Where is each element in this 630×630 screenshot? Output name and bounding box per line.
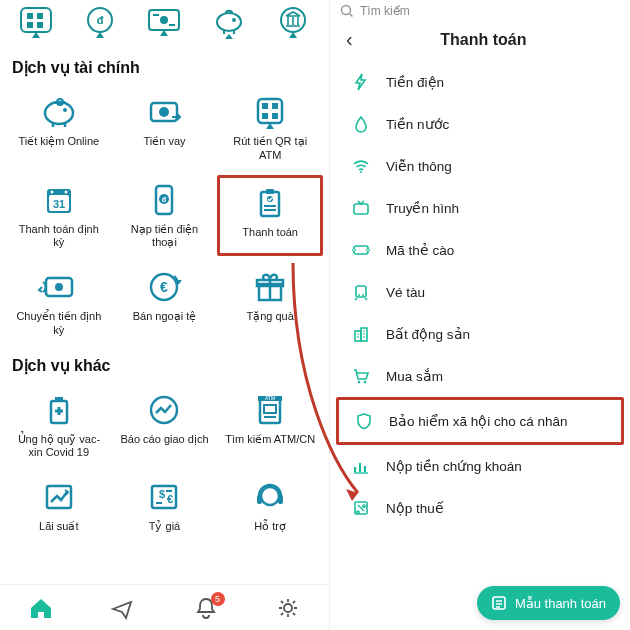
right-screen: Tìm kiếm ‹ Thanh toán Tiền điện Tiền nướ… (330, 0, 630, 630)
tile-interest-rate[interactable]: Lãi suất (6, 472, 112, 540)
tile-gift[interactable]: Tặng quà (217, 262, 323, 344)
bottom-nav: 5 (0, 584, 329, 630)
fab-label: Mẫu thanh toán (515, 596, 606, 611)
svg-point-35 (55, 283, 63, 291)
svg-text:€: € (161, 279, 169, 295)
item-water[interactable]: Tiền nước (336, 103, 624, 145)
svg-point-64 (362, 294, 364, 296)
svg-rect-59 (354, 246, 368, 254)
svg-rect-22 (272, 113, 278, 119)
svg-point-56 (342, 6, 351, 15)
ticket-icon (350, 241, 372, 259)
item-label: Vé tàu (386, 285, 425, 300)
item-label: Mã thẻ cào (386, 242, 454, 258)
tile-label: Tiết kiệm Online (18, 135, 99, 149)
shortcut-qr[interactable] (11, 6, 61, 42)
wifi-icon (350, 157, 372, 175)
shortcut-coin[interactable]: đ (75, 6, 125, 42)
cart-icon (350, 367, 372, 385)
tile-label: Chuyển tiền định kỳ (13, 310, 105, 338)
shortcut-transfer[interactable] (139, 6, 189, 42)
tile-recurring-transfer[interactable]: Chuyển tiền định kỳ (6, 262, 112, 344)
svg-rect-1 (27, 13, 33, 19)
svg-point-60 (353, 249, 356, 252)
item-securities[interactable]: Nộp tiền chứng khoán (336, 445, 624, 487)
tile-label: Nạp tiền điện thoại (118, 223, 210, 251)
tile-sell-forex[interactable]: € Bán ngoại tệ (112, 262, 218, 344)
tax-icon (350, 499, 372, 517)
nav-notifications[interactable]: 5 (193, 596, 219, 620)
tile-loan[interactable]: Tiền vay (112, 87, 218, 169)
search-row[interactable]: Tìm kiếm (330, 0, 630, 18)
tile-label: Rút tiền QR tại ATM (224, 135, 316, 163)
svg-rect-47 (264, 416, 276, 418)
tile-payment[interactable]: Thanh toán (217, 175, 323, 257)
tile-find-atm[interactable]: ATM Tìm kiếm ATM/CN (217, 385, 323, 467)
item-real-estate[interactable]: Bất động sản (336, 313, 624, 355)
svg-rect-0 (21, 8, 51, 32)
section-title-other: Dịch vụ khác (0, 348, 329, 381)
shortcut-bank[interactable] (268, 6, 318, 42)
chart-icon (350, 457, 372, 475)
tile-label: Tiền vay (143, 135, 185, 149)
top-shortcuts: đ (0, 0, 329, 50)
svg-rect-19 (262, 103, 268, 109)
svg-rect-4 (37, 22, 43, 28)
item-tax[interactable]: Nộp thuế (336, 487, 624, 529)
train-icon (350, 283, 372, 301)
tile-recurring-payment[interactable]: 31 Thanh toán định kỳ (6, 175, 112, 257)
building-icon (350, 325, 372, 343)
tile-topup-phone[interactable]: đ Nạp tiền điện thoại (112, 175, 218, 257)
tile-support[interactable]: Hỗ trợ (217, 472, 323, 540)
nav-home[interactable] (28, 596, 54, 620)
item-shopping[interactable]: Mua sắm (336, 355, 624, 397)
page-title: Thanh toán (369, 31, 598, 49)
item-social-insurance[interactable]: Bảo hiểm xã hội cho cá nhân (336, 397, 624, 445)
svg-rect-46 (264, 405, 276, 413)
notification-badge: 5 (211, 592, 225, 606)
template-icon (491, 595, 507, 611)
svg-point-52 (261, 487, 279, 505)
svg-text:€: € (167, 493, 173, 505)
svg-point-55 (284, 604, 292, 612)
item-electricity[interactable]: Tiền điện (336, 61, 624, 103)
tile-covid-fund[interactable]: Ủng hộ quỹ vac-xin Covid 19 (6, 385, 112, 467)
search-placeholder: Tìm kiếm (360, 4, 410, 18)
item-tv[interactable]: Truyền hình (336, 187, 624, 229)
item-card-code[interactable]: Mã thẻ cào (336, 229, 624, 271)
nav-settings[interactable] (275, 596, 301, 620)
item-train[interactable]: Vé tàu (336, 271, 624, 313)
shield-icon (353, 412, 375, 430)
tile-savings-online[interactable]: Tiết kiệm Online (6, 87, 112, 169)
shortcut-savings[interactable] (204, 6, 254, 42)
item-label: Mua sắm (386, 368, 443, 384)
svg-rect-54 (278, 495, 283, 504)
template-button[interactable]: Mẫu thanh toán (477, 586, 620, 620)
grid-other: Ủng hộ quỹ vac-xin Covid 19 Báo cáo giao… (0, 381, 329, 544)
svg-point-68 (364, 381, 367, 384)
tv-icon (350, 199, 372, 217)
tile-label: Lãi suất (39, 520, 78, 534)
tile-label: Báo cáo giao dịch (120, 433, 208, 447)
grid-financial: Tiết kiệm Online Tiền vay Rút tiền QR tạ… (0, 83, 329, 348)
section-title-financial: Dịch vụ tài chính (0, 50, 329, 83)
tile-exchange-rate[interactable]: $€ Tỷ giá (112, 472, 218, 540)
svg-rect-3 (27, 22, 33, 28)
svg-text:đ: đ (97, 14, 104, 26)
back-button[interactable]: ‹ (340, 26, 359, 53)
tile-label: Thanh toán định kỳ (13, 223, 105, 251)
svg-point-63 (358, 294, 360, 296)
left-screen: đ Dịch vụ tài chính Tiết kiệm Online Tiề… (0, 0, 330, 630)
item-label: Tiền điện (386, 74, 444, 90)
item-label: Nộp tiền chứng khoán (386, 458, 522, 474)
item-telecom[interactable]: Viễn thông (336, 145, 624, 187)
tile-label: Hỗ trợ (254, 520, 286, 534)
nav-plane[interactable] (110, 596, 136, 620)
svg-point-10 (232, 18, 236, 22)
payment-list: Tiền điện Tiền nước Viễn thông Truyền hì… (330, 61, 630, 529)
tile-report[interactable]: Báo cáo giao dịch (112, 385, 218, 467)
item-label: Truyền hình (386, 200, 459, 216)
svg-rect-58 (354, 204, 368, 214)
tile-qr-withdraw[interactable]: Rút tiền QR tại ATM (217, 87, 323, 169)
item-label: Tiền nước (386, 116, 449, 132)
